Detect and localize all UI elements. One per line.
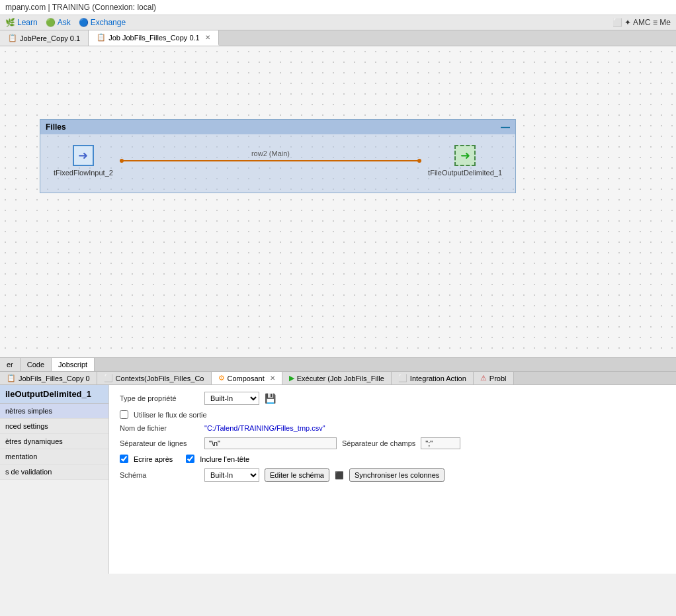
nom-fichier-value: "C:/Talend/TRAINING/Filles_tmp.csv"	[204, 424, 325, 432]
ask-icon: 🟢	[46, 18, 56, 27]
ecrire-inclure-row: Ecrire après Inclure l'en-tête	[120, 455, 665, 463]
sidebar-item-advanced[interactable]: nced settings	[0, 419, 108, 434]
arrow-right-icon: ➜	[78, 148, 88, 163]
panel-tab-integration[interactable]: ⬜ Integration Action	[392, 372, 474, 384]
schema-row: Schéma Built-InRepository Editer le sché…	[120, 468, 665, 482]
schema-label: Schéma	[120, 471, 199, 479]
panel-tab-integration-icon: ⬜	[398, 374, 407, 382]
bottom-sidebar: ileOutputDelimited_1 nètres simples nced…	[0, 385, 109, 574]
panel-tabs: 📋 JobFils_Filles_Copy 0 ⬜ Contexts(JobFi…	[0, 372, 676, 385]
inclure-entete-label: Inclure l'en-tête	[200, 455, 249, 463]
connector-line	[120, 160, 421, 161]
schema-icon: ⬛	[335, 471, 344, 480]
connector-dot-right	[417, 159, 421, 163]
output-node-label: tFileOutputDelimited_1	[428, 169, 502, 177]
canvas-area: Filles — ➜ tFixedFlowInput_2 row2 (Main)	[0, 46, 676, 357]
schema-select[interactable]: Built-InRepository	[204, 468, 259, 482]
connector-label: row2 (Main)	[251, 150, 290, 157]
tab-jobfils-icon: 📋	[97, 33, 106, 42]
separateurs-row: Séparateur de lignes Séparateur de champ…	[120, 437, 665, 449]
tab-jobpere[interactable]: 📋 JobPere_Copy 0.1	[0, 30, 89, 46]
learn-icon: 🌿	[5, 18, 15, 27]
tab-jobfils[interactable]: 📋 Job JobFils_Filles_Copy 0.1 ✕	[89, 30, 219, 46]
filles-group-header: Filles —	[40, 120, 515, 134]
sidebar-item-dynamiques[interactable]: ètres dynamiques	[0, 434, 108, 449]
input-node-label: tFixedFlowInput_2	[54, 169, 113, 177]
filles-group-label: Filles	[46, 122, 66, 132]
editer-schema-button[interactable]: Editer le schéma	[265, 468, 329, 482]
bottom-panel: ileOutputDelimited_1 nètres simples nced…	[0, 385, 676, 574]
nav-exchange[interactable]: 🔵 Exchange	[79, 18, 126, 27]
connector: row2 (Main)	[120, 160, 421, 161]
exchange-icon: 🔵	[79, 18, 89, 27]
tab-jobpere-label: JobPere_Copy 0.1	[20, 34, 80, 42]
bottom-tab-jobscript[interactable]: Jobscript	[52, 358, 95, 371]
panel-tab-composant-close[interactable]: ✕	[270, 374, 275, 382]
window-title: mpany.com | TRAINING (Connexion: local)	[5, 3, 156, 12]
panel-tab-composant[interactable]: ⚙ Composant ✕	[212, 372, 282, 384]
type-propriete-label: Type de propriété	[120, 394, 199, 402]
sidebar-item-simples[interactable]: nètres simples	[0, 404, 108, 419]
nav-learn[interactable]: 🌿 Learn	[5, 18, 38, 27]
panel-tab-contexts-icon: ⬜	[104, 374, 113, 382]
bottom-top-tabs: er Code Jobscript	[0, 357, 676, 372]
sep-lignes-label: Séparateur de lignes	[120, 439, 199, 447]
ecrire-apres-checkbox[interactable]	[120, 455, 128, 463]
inclure-entete-checkbox[interactable]	[186, 455, 194, 463]
main-tabs-row: 📋 JobPere_Copy 0.1 📋 Job JobFils_Filles_…	[0, 30, 676, 46]
nom-fichier-row: Nom de fichier "C:/Talend/TRAINING/Fille…	[120, 424, 665, 432]
use-flux-label: Utiliser le flux de sortie	[134, 411, 213, 419]
bottom-content: Type de propriété Built-InRepository 💾 U…	[109, 385, 676, 574]
panel-tab-executer-icon: ▶	[289, 374, 294, 382]
amc-label: ⬜ ✦ AMC ≡ Me	[613, 18, 671, 27]
save-icon[interactable]: 💾	[265, 393, 276, 404]
tab-jobfils-close[interactable]: ✕	[205, 34, 210, 41]
panel-tab-jobfils-icon: 📋	[7, 374, 16, 382]
filles-minimize-button[interactable]: —	[501, 122, 510, 132]
panel-tab-probl[interactable]: ⚠ Probl	[474, 372, 514, 384]
sidebar-item-documentation[interactable]: mentation	[0, 449, 108, 464]
top-bar: mpany.com | TRAINING (Connexion: local)	[0, 0, 676, 15]
nav-right-area: ⬜ ✦ AMC ≡ Me	[613, 18, 671, 27]
ecrire-apres-label: Ecrire après	[134, 455, 173, 463]
panel-tab-contexts[interactable]: ⬜ Contexts(JobFils_Filles_Co	[97, 372, 212, 384]
sep-champs-label: Séparateur de champs	[342, 439, 415, 447]
panel-tab-probl-icon: ⚠	[480, 374, 487, 382]
output-node-icon[interactable]: ➜	[454, 145, 476, 166]
panel-tab-executer[interactable]: ▶ Exécuter (Job JobFils_Fille	[282, 372, 392, 384]
sidebar-item-validation[interactable]: s de validation	[0, 464, 108, 480]
nav-ask[interactable]: 🟢 Ask	[46, 18, 71, 27]
use-flux-row: Utiliser le flux de sortie	[120, 410, 665, 419]
sep-champs-input[interactable]	[421, 437, 460, 449]
sync-colonnes-button[interactable]: Synchroniser les colonnes	[349, 468, 444, 482]
filles-group: Filles — ➜ tFixedFlowInput_2 row2 (Main)	[40, 119, 516, 193]
use-flux-checkbox[interactable]	[120, 410, 128, 419]
input-node[interactable]: ➜ tFixedFlowInput_2	[54, 145, 113, 177]
connector-dot-left	[120, 159, 124, 163]
bottom-tab-er[interactable]: er	[0, 358, 21, 371]
panel-tab-jobfils[interactable]: 📋 JobFils_Filles_Copy 0	[0, 372, 97, 384]
input-node-icon[interactable]: ➜	[73, 145, 94, 166]
type-propriete-select[interactable]: Built-InRepository	[204, 392, 259, 405]
nom-fichier-label: Nom de fichier	[120, 424, 199, 432]
tab-jobfils-label: Job JobFils_Filles_Copy 0.1	[108, 34, 200, 42]
nav-bar: 🌿 Learn 🟢 Ask 🔵 Exchange ⬜ ✦ AMC ≡ Me	[0, 15, 676, 30]
sep-lignes-input[interactable]	[204, 437, 337, 449]
output-node[interactable]: ➜ tFileOutputDelimited_1	[428, 145, 502, 177]
sidebar-title: ileOutputDelimited_1	[0, 385, 108, 404]
tab-jobpere-icon: 📋	[8, 34, 17, 42]
bottom-tab-code[interactable]: Code	[21, 358, 52, 371]
arrow-green-icon: ➜	[460, 148, 470, 163]
panel-tab-composant-icon: ⚙	[218, 374, 225, 382]
filles-body: ➜ tFixedFlowInput_2 row2 (Main) ➜ tFileO…	[40, 134, 515, 193]
type-propriete-row: Type de propriété Built-InRepository 💾	[120, 392, 665, 405]
